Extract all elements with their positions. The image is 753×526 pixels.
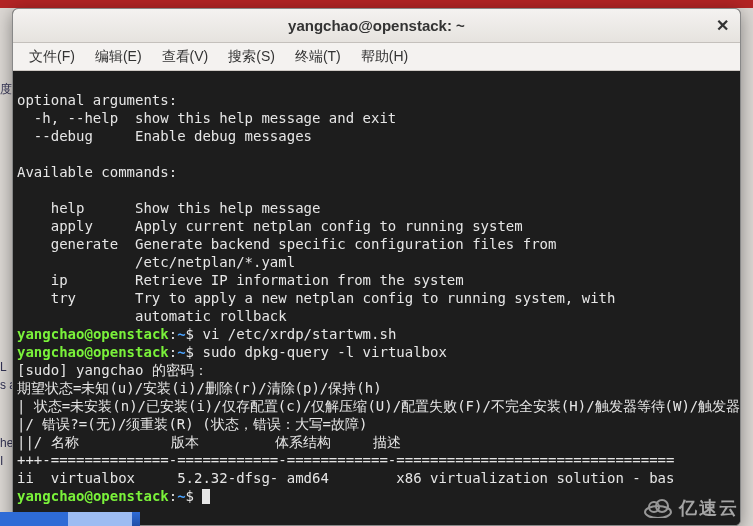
prompt-host: openstack (93, 488, 169, 504)
menu-edit[interactable]: 编辑(E) (85, 46, 152, 68)
prompt-host: openstack (93, 344, 169, 360)
menu-terminal[interactable]: 终端(T) (285, 46, 351, 68)
out-line: 期望状态=未知(u)/安装(i)/删除(r)/清除(p)/保持(h) (17, 380, 382, 396)
prompt-dollar: $ (186, 488, 203, 504)
desktop-back-strip (0, 0, 753, 8)
out-line: optional arguments: (17, 92, 177, 108)
out-line: try Try to apply a new netplan config to… (17, 290, 615, 306)
prompt-colon: : (169, 344, 177, 360)
out-line: ip Retrieve IP information from the syst… (17, 272, 464, 288)
out-line: -h, --help show this help message and ex… (17, 110, 396, 126)
out-line: ii virtualbox 5.2.32-dfsg- amd64 x86 vir… (17, 470, 674, 486)
out-line: --debug Enable debug messages (17, 128, 312, 144)
prompt-dollar: $ (186, 344, 203, 360)
menu-bar: 文件(F) 编辑(E) 查看(V) 搜索(S) 终端(T) 帮助(H) (13, 43, 740, 71)
prompt-line: yangchao@openstack:~$ vi /etc/xrdp/start… (17, 326, 396, 342)
out-line: automatic rollback (17, 308, 287, 324)
menu-file[interactable]: 文件(F) (19, 46, 85, 68)
watermark: 亿速云 (643, 496, 739, 520)
prompt-path: ~ (177, 344, 185, 360)
prompt-colon: : (169, 488, 177, 504)
out-line: ||/ 名称 版本 体系结构 描述 (17, 434, 401, 450)
prompt-path: ~ (177, 488, 185, 504)
taskbar-item[interactable] (0, 512, 68, 526)
menu-view[interactable]: 查看(V) (152, 46, 219, 68)
prompt-user: yangchao (17, 326, 84, 342)
terminal-output-area[interactable]: optional arguments: -h, --help show this… (13, 71, 740, 525)
prompt-path: ~ (177, 326, 185, 342)
out-line: generate Generate backend specific confi… (17, 236, 556, 252)
close-icon: ✕ (716, 16, 729, 35)
terminal-window: yangchao@openstack: ~ ✕ 文件(F) 编辑(E) 查看(V… (12, 8, 741, 526)
terminal-cursor (202, 489, 210, 504)
prompt-at: @ (84, 326, 92, 342)
taskbar-item[interactable] (68, 512, 132, 526)
prompt-line: yangchao@openstack:~$ sudo dpkg-query -l… (17, 344, 447, 360)
out-line: +++-==============-============-========… (17, 452, 674, 468)
command-text: sudo dpkg-query -l virtualbox (202, 344, 446, 360)
watermark-text: 亿速云 (679, 496, 739, 520)
window-title: yangchao@openstack: ~ (288, 17, 465, 34)
out-line: | 状态=未安装(n)/已安装(i)/仅存配置(c)/仅解压缩(U)/配置失败(… (17, 398, 740, 414)
watermark-cloud-icon (643, 498, 673, 518)
prompt-line: yangchao@openstack:~$ (17, 488, 210, 504)
command-text: vi /etc/xrdp/startwm.sh (202, 326, 396, 342)
prompt-user: yangchao (17, 344, 84, 360)
desktop-taskbar-fragment[interactable] (0, 512, 140, 526)
menu-help[interactable]: 帮助(H) (351, 46, 418, 68)
out-line: /etc/netplan/*.yaml (17, 254, 295, 270)
prompt-at: @ (84, 488, 92, 504)
prompt-dollar: $ (186, 326, 203, 342)
out-line: help Show this help message (17, 200, 320, 216)
out-line: apply Apply current netplan config to ru… (17, 218, 523, 234)
window-titlebar[interactable]: yangchao@openstack: ~ ✕ (13, 9, 740, 43)
out-line: Available commands: (17, 164, 177, 180)
prompt-host: openstack (93, 326, 169, 342)
out-line: |/ 错误?=(无)/须重装(R) (状态，错误：大写=故障) (17, 416, 367, 432)
prompt-user: yangchao (17, 488, 84, 504)
out-line: [sudo] yangchao 的密码： (17, 362, 208, 378)
prompt-colon: : (169, 326, 177, 342)
prompt-at: @ (84, 344, 92, 360)
close-button[interactable]: ✕ (712, 15, 732, 35)
menu-search[interactable]: 搜索(S) (218, 46, 285, 68)
